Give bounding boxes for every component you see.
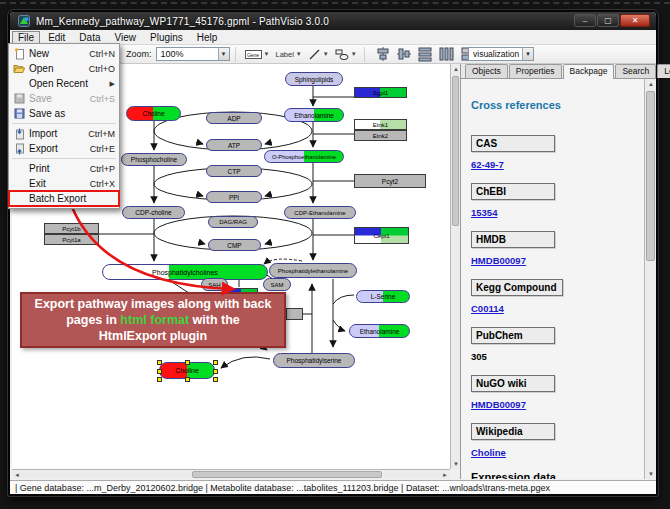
canvas-horizontal-scrollbar[interactable]: ◄ ► bbox=[12, 469, 450, 479]
node-cept1[interactable]: Cept1 bbox=[354, 227, 409, 244]
save-as-disk-icon bbox=[9, 108, 29, 120]
xref-section-chebi: ChEBI15354 bbox=[471, 183, 644, 218]
visualization-combobox[interactable]: visualization ▼ bbox=[468, 47, 534, 61]
close-button[interactable]: ✕ bbox=[620, 14, 650, 27]
toolbar-separator bbox=[364, 47, 365, 62]
menu-item-print[interactable]: Print Ctrl+P bbox=[9, 161, 119, 176]
menu-view[interactable]: View bbox=[108, 31, 142, 44]
node-pcyt1b[interactable]: Pcyt1b bbox=[44, 223, 99, 234]
node-phosphatidylcholines[interactable]: Phosphatidylcholines bbox=[102, 264, 268, 280]
node-cdp-ethanolamine[interactable]: CDP-Ethanolamine bbox=[284, 206, 356, 219]
chevron-down-icon[interactable]: ▼ bbox=[218, 48, 229, 60]
shape-tool-button[interactable]: ▼ bbox=[333, 46, 359, 62]
scrollbar-thumb[interactable] bbox=[192, 471, 382, 478]
node-ethanolamine-top[interactable]: Ethanolamine bbox=[284, 108, 344, 122]
node-l-serine[interactable]: L-Serine bbox=[356, 290, 410, 303]
line-tool-button[interactable]: ▼ bbox=[306, 46, 331, 62]
align-vertical-center-icon[interactable] bbox=[396, 46, 412, 62]
node-o-phosphoethanolamine[interactable]: O-Phosphoethanolamine bbox=[264, 150, 344, 163]
align-horizontal-center-icon[interactable] bbox=[375, 46, 391, 62]
menu-item-save-as[interactable]: Save as bbox=[9, 106, 119, 121]
xref-database-name: ChEBI bbox=[471, 183, 555, 200]
tab-backpage[interactable]: Backpage bbox=[563, 64, 615, 79]
menu-item-exit[interactable]: Exit Ctrl+X bbox=[9, 176, 119, 191]
node-etnk1[interactable]: Etnk1 bbox=[354, 119, 407, 130]
node-pcyt1a[interactable]: Pcyt1a bbox=[44, 234, 99, 245]
node-dag[interactable]: DAG/RAG bbox=[208, 216, 258, 228]
minimize-button[interactable]: – bbox=[574, 14, 596, 27]
tab-search[interactable]: Search bbox=[615, 64, 656, 78]
node-sgpl1[interactable]: Sgpl1 bbox=[354, 87, 407, 98]
xref-link[interactable]: 15354 bbox=[471, 207, 644, 218]
node-cmp[interactable]: CMP bbox=[208, 239, 261, 251]
node-etnk2[interactable]: Etnk2 bbox=[354, 130, 407, 141]
menu-item-import[interactable]: Import Ctrl+M bbox=[9, 126, 119, 141]
node-choline-top[interactable]: Choline bbox=[126, 106, 181, 121]
tab-objects[interactable]: Objects bbox=[465, 64, 508, 78]
side-panel-tabs: Objects Properties Backpage Search Legen… bbox=[461, 64, 656, 79]
node-phosphatidylethanolamine[interactable]: Phosphatidylethanolamine bbox=[269, 263, 357, 278]
menu-item-batch-export[interactable]: Batch Export bbox=[9, 191, 119, 206]
xref-section-pubchem: PubChem305 bbox=[471, 327, 644, 362]
selection-handle[interactable] bbox=[157, 369, 162, 374]
node-phosphatidylserine[interactable]: Phosphatidylserine bbox=[273, 353, 355, 368]
menu-file[interactable]: File bbox=[12, 31, 40, 44]
selection-handle[interactable] bbox=[213, 360, 218, 365]
scroll-left-icon[interactable]: ◄ bbox=[12, 470, 22, 480]
selection-handle[interactable] bbox=[185, 377, 190, 382]
selection-handle[interactable] bbox=[157, 360, 162, 365]
node-atp[interactable]: ATP bbox=[206, 139, 262, 151]
scrollbar-thumb[interactable] bbox=[452, 76, 459, 226]
menu-edit[interactable]: Edit bbox=[42, 31, 71, 44]
node-sam[interactable]: SAM bbox=[263, 278, 291, 291]
xref-section-wikipedia: WikipediaCholine bbox=[471, 423, 644, 458]
scroll-down-icon[interactable]: ▼ bbox=[645, 469, 657, 479]
chevron-down-icon[interactable]: ▼ bbox=[323, 51, 329, 57]
node-ctp[interactable]: CTP bbox=[206, 165, 262, 177]
maximize-button[interactable]: ▢ bbox=[597, 14, 619, 27]
node-phosphocholine[interactable]: Phosphocholine bbox=[121, 153, 187, 166]
node-ethanolamine-lower[interactable]: Ethanolamine bbox=[349, 324, 410, 338]
tab-properties[interactable]: Properties bbox=[509, 64, 562, 78]
selection-handle[interactable] bbox=[185, 360, 190, 365]
menu-item-export[interactable]: Export Ctrl+E bbox=[9, 141, 119, 156]
menu-item-open[interactable]: Open Ctrl+O bbox=[9, 61, 119, 76]
node-ppi[interactable]: PPi bbox=[206, 191, 262, 203]
scroll-up-icon[interactable]: ▲ bbox=[645, 79, 657, 89]
chevron-down-icon[interactable]: ▼ bbox=[296, 51, 302, 57]
menu-help[interactable]: Help bbox=[191, 31, 224, 44]
node-sphingolipids[interactable]: Sphingolipids bbox=[285, 72, 343, 86]
node-adp[interactable]: ADP bbox=[206, 112, 262, 124]
menu-data[interactable]: Data bbox=[73, 31, 106, 44]
distribute-columns-icon[interactable] bbox=[438, 46, 454, 62]
label-tool-button[interactable]: Label ▼ bbox=[273, 46, 303, 62]
tab-legend[interactable]: Legend bbox=[657, 64, 670, 78]
chevron-down-icon[interactable]: ▼ bbox=[264, 51, 270, 57]
menu-item-save[interactable]: Save Ctrl+S bbox=[9, 91, 119, 106]
selection-handle[interactable] bbox=[213, 369, 218, 374]
distribute-rows-icon[interactable] bbox=[417, 46, 433, 62]
menu-item-open-recent[interactable]: Open Recent ▶ bbox=[9, 76, 119, 91]
selection-handle[interactable] bbox=[213, 377, 218, 382]
scroll-right-icon[interactable]: ► bbox=[440, 470, 450, 480]
title-bar[interactable]: Mm_Kennedy_pathway_WP1771_45176.gpml - P… bbox=[10, 12, 656, 30]
chevron-down-icon[interactable]: ▼ bbox=[351, 51, 357, 57]
gene-tool-button[interactable]: Gene ▼ bbox=[243, 46, 272, 62]
zoom-combobox[interactable]: 100% ▼ bbox=[156, 47, 230, 61]
node-cdp-choline[interactable]: CDP-choline bbox=[122, 206, 185, 219]
xref-link[interactable]: 62-49-7 bbox=[471, 159, 644, 170]
canvas-vertical-scrollbar[interactable]: ▲ ▼ bbox=[450, 64, 460, 469]
xref-link[interactable]: C00114 bbox=[471, 303, 644, 314]
xref-link[interactable]: HMDB00097 bbox=[471, 399, 644, 410]
node-pcyt2[interactable]: Pcyt2 bbox=[354, 174, 426, 188]
chevron-down-icon[interactable]: ▼ bbox=[522, 48, 533, 60]
menu-plugins[interactable]: Plugins bbox=[144, 31, 189, 44]
xref-link[interactable]: Choline bbox=[471, 447, 644, 458]
panel-vertical-scrollbar[interactable]: ▲ ▼ bbox=[644, 79, 656, 479]
selection-handle[interactable] bbox=[157, 377, 162, 382]
node-choline-selected[interactable]: Choline bbox=[159, 362, 215, 379]
node-anchor-box[interactable] bbox=[286, 308, 303, 320]
xref-link[interactable]: HMDB00097 bbox=[471, 255, 644, 266]
menu-item-new[interactable]: New Ctrl+N bbox=[9, 46, 119, 61]
scrollbar-thumb[interactable] bbox=[646, 91, 655, 261]
